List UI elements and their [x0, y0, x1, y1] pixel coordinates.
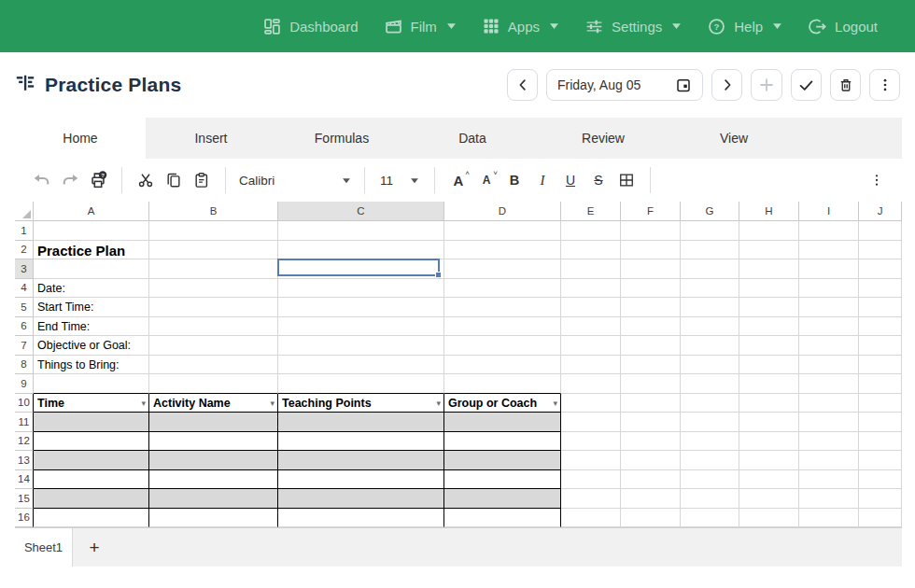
- cell-D7[interactable]: [444, 336, 561, 356]
- column-header-F[interactable]: F: [621, 202, 681, 221]
- cell-A1[interactable]: [34, 221, 149, 241]
- cell-F10[interactable]: [621, 394, 681, 413]
- column-header-H[interactable]: H: [739, 202, 799, 221]
- cell-G6[interactable]: [681, 317, 739, 337]
- cell-E15[interactable]: [561, 489, 621, 509]
- cell-D14[interactable]: [444, 470, 561, 490]
- cell-E2[interactable]: [561, 241, 621, 260]
- row-header-1[interactable]: 1: [15, 221, 34, 241]
- cell-G16[interactable]: [681, 509, 739, 528]
- cell-H14[interactable]: [739, 470, 799, 490]
- cell-E4[interactable]: [561, 279, 621, 299]
- cell-D9[interactable]: [444, 374, 561, 394]
- cell-J2[interactable]: [859, 241, 902, 260]
- cell-F1[interactable]: [621, 221, 681, 241]
- cell-E12[interactable]: [561, 432, 621, 452]
- filter-dropdown-icon[interactable]: ▾: [141, 399, 146, 408]
- add-sheet-button[interactable]: +: [73, 528, 116, 567]
- cell-H10[interactable]: [739, 394, 799, 413]
- nav-settings[interactable]: Settings: [584, 17, 682, 36]
- cell-H13[interactable]: [739, 451, 799, 470]
- add-button[interactable]: [751, 69, 782, 101]
- cell-E3[interactable]: [561, 259, 621, 279]
- cell-G12[interactable]: [681, 432, 739, 452]
- cell-G10[interactable]: [681, 394, 739, 413]
- cell-H5[interactable]: [739, 298, 799, 317]
- cell-A11[interactable]: [34, 413, 149, 432]
- delete-button[interactable]: [830, 69, 861, 101]
- cell-A4[interactable]: Date:: [34, 279, 149, 299]
- cell-B15[interactable]: [149, 489, 278, 509]
- row-header-15[interactable]: 15: [15, 489, 34, 509]
- toolbar-more-button[interactable]: [863, 166, 891, 194]
- cell-E7[interactable]: [561, 336, 621, 356]
- cell-J5[interactable]: [859, 298, 902, 317]
- cell-I8[interactable]: [799, 356, 859, 375]
- cell-D1[interactable]: [444, 221, 561, 241]
- cell-H11[interactable]: [739, 413, 799, 432]
- cell-H7[interactable]: [739, 336, 799, 356]
- row-header-5[interactable]: 5: [15, 298, 34, 317]
- cell-D2[interactable]: [444, 241, 561, 260]
- prev-date-button[interactable]: [507, 69, 538, 101]
- cell-C2[interactable]: [278, 241, 444, 260]
- row-header-14[interactable]: 14: [15, 470, 34, 490]
- next-date-button[interactable]: [711, 69, 742, 101]
- cell-G1[interactable]: [681, 221, 739, 241]
- cell-D15[interactable]: [444, 489, 561, 509]
- cell-D4[interactable]: [444, 279, 561, 299]
- cell-A6[interactable]: End Time:: [34, 317, 149, 337]
- cell-C16[interactable]: [278, 509, 444, 528]
- cell-B6[interactable]: [149, 317, 278, 337]
- cell-B8[interactable]: [149, 356, 278, 375]
- cell-I2[interactable]: [799, 241, 859, 260]
- cell-G9[interactable]: [681, 374, 739, 394]
- cell-G2[interactable]: [681, 241, 739, 260]
- cell-F12[interactable]: [621, 432, 681, 452]
- row-header-11[interactable]: 11: [15, 413, 34, 432]
- row-header-6[interactable]: 6: [15, 317, 34, 337]
- cell-C1[interactable]: [278, 221, 444, 241]
- cell-D10[interactable]: Group or Coach▾: [444, 394, 561, 413]
- print-button[interactable]: ?: [84, 166, 112, 194]
- filter-dropdown-icon[interactable]: ▾: [270, 399, 274, 408]
- tab-review[interactable]: Review: [538, 118, 669, 159]
- cell-F5[interactable]: [621, 298, 681, 317]
- cell-E10[interactable]: [561, 394, 621, 413]
- cell-A16[interactable]: [34, 509, 149, 528]
- cell-B2[interactable]: [149, 241, 278, 260]
- cell-I15[interactable]: [799, 489, 859, 509]
- cell-H4[interactable]: [739, 279, 799, 299]
- cell-G4[interactable]: [681, 279, 739, 299]
- nav-dashboard[interactable]: Dashboard: [262, 17, 358, 36]
- cell-H12[interactable]: [739, 432, 799, 452]
- more-options-button[interactable]: [869, 69, 900, 101]
- cell-G5[interactable]: [681, 298, 739, 317]
- row-header-12[interactable]: 12: [15, 432, 34, 452]
- date-picker-field[interactable]: Friday, Aug 05: [546, 69, 703, 101]
- row-header-4[interactable]: 4: [15, 279, 34, 299]
- cell-J6[interactable]: [859, 317, 902, 337]
- filter-dropdown-icon[interactable]: ▾: [553, 399, 557, 408]
- cell-H6[interactable]: [739, 317, 799, 337]
- cell-F6[interactable]: [621, 317, 681, 337]
- cell-H3[interactable]: [739, 259, 799, 279]
- column-header-I[interactable]: I: [799, 202, 859, 221]
- cell-E8[interactable]: [561, 356, 621, 375]
- cell-A8[interactable]: Things to Bring:: [34, 356, 149, 375]
- cell-J4[interactable]: [859, 279, 902, 299]
- fill-handle[interactable]: [435, 272, 442, 278]
- cell-C4[interactable]: [278, 279, 444, 299]
- cell-D11[interactable]: [444, 413, 561, 432]
- cell-B7[interactable]: [149, 336, 278, 356]
- nav-apps[interactable]: Apps: [482, 17, 559, 35]
- cell-A2[interactable]: Practice Plan: [34, 241, 149, 260]
- cell-A5[interactable]: Start Time:: [34, 298, 149, 317]
- tab-formulas[interactable]: Formulas: [276, 118, 407, 159]
- cell-D13[interactable]: [444, 451, 561, 470]
- cell-B1[interactable]: [149, 221, 278, 241]
- cell-I14[interactable]: [799, 470, 859, 490]
- nav-film[interactable]: Film: [384, 17, 457, 36]
- tab-insert[interactable]: Insert: [146, 118, 276, 159]
- column-header-J[interactable]: J: [859, 202, 902, 221]
